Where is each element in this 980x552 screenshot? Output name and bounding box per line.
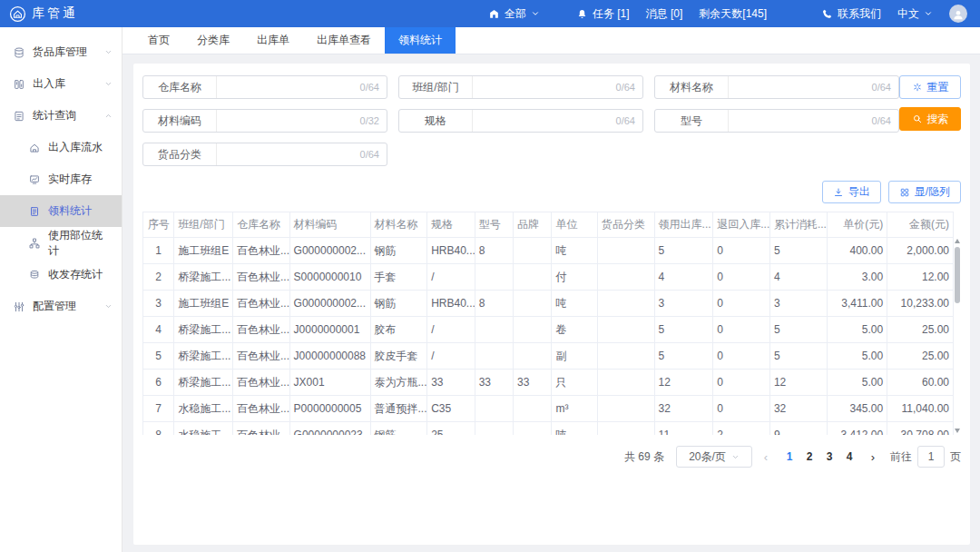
table-row[interactable]: 7水稳施工...百色林业...P0000000005普通预拌...C35m³32…	[143, 396, 954, 422]
table-cell: 钢筋	[370, 291, 427, 317]
field-material-code-input[interactable]	[216, 110, 357, 132]
tab-outbound-order[interactable]: 出库单	[243, 27, 303, 54]
field-counter: 0/64	[868, 82, 898, 93]
tab-category-store[interactable]: 分类库	[183, 27, 243, 54]
contact-us-link[interactable]: 联系我们	[821, 6, 881, 22]
sidebar-item-label: 货品库管理	[33, 44, 87, 60]
field-counter: 0/64	[357, 82, 387, 93]
table-row[interactable]: 5桥梁施工...百色林业...J00000000088胶皮手套/副5055.00…	[143, 343, 954, 370]
table-cell: 胶皮手套	[370, 343, 427, 370]
table-cell: 5.00	[827, 370, 887, 396]
table-cell: 0	[713, 238, 770, 264]
tab-material-requisition-stats[interactable]: 领料统计	[385, 27, 456, 54]
db-icon	[13, 46, 25, 59]
tab-outbound-order-view[interactable]: 出库单查看	[303, 27, 385, 54]
sidebar-item-stats-query[interactable]: 统计查询	[0, 100, 122, 132]
column-header: 单位	[552, 212, 598, 238]
table-cell: 0	[713, 343, 770, 370]
field-warehouse-name: 仓库名称 0/64	[142, 75, 387, 99]
sidebar-item-in-out-store[interactable]: 出入库	[0, 68, 122, 100]
page-number-2[interactable]: 2	[799, 450, 819, 463]
search-button[interactable]: 搜索	[899, 107, 961, 131]
table-cell: 5	[654, 317, 713, 343]
field-goods-category-input[interactable]	[216, 143, 357, 165]
sidebar-item-config-mgmt[interactable]: 配置管理	[0, 291, 122, 322]
page-number-1[interactable]: 1	[779, 450, 799, 463]
table-row[interactable]: 3施工班组E百色林业...G000000002...钢筋HRB40...8吨30…	[143, 291, 954, 317]
prev-page-button[interactable]: ‹	[759, 450, 773, 464]
field-spec-input[interactable]	[472, 110, 612, 132]
sidebar-item-receive-send-store-stats[interactable]: 收发存统计	[0, 259, 122, 291]
field-team-dept-input[interactable]	[472, 76, 612, 98]
table-cell: 25.00	[887, 343, 954, 370]
warehouse-selector[interactable]: 全部	[488, 6, 540, 22]
chevron-down-icon	[104, 48, 113, 56]
page-number-3[interactable]: 3	[819, 450, 839, 463]
field-warehouse-name-input[interactable]	[216, 76, 357, 98]
search-icon	[912, 113, 923, 124]
table-cell: 百色林业...	[232, 422, 289, 436]
table-cell	[475, 264, 513, 291]
table-cell	[514, 238, 552, 264]
table-row[interactable]: 4桥梁施工...百色林业...J0000000001胶布/卷5055.0025.…	[143, 317, 954, 343]
chevron-down-icon	[104, 80, 113, 88]
show-hide-columns-button[interactable]: 显/隐列	[888, 181, 961, 203]
table-cell: 5	[143, 343, 174, 370]
scrollbar-thumb[interactable]	[955, 247, 960, 303]
content-area: 仓库名称 0/64 班组/部门 0/64 材料名称 0/64 材料编码 0/32…	[122, 54, 980, 552]
table-cell: J0000000001	[289, 317, 370, 343]
coins-icon	[28, 269, 41, 281]
table-cell: 3	[769, 291, 827, 317]
next-page-button[interactable]: ›	[866, 450, 880, 464]
topbar: 库管通 全部 任务 [1] 消息 [0] 剩余天数[145] 联系我们 中文	[0, 0, 980, 27]
sidebar-item-material-requisition-stats[interactable]: 领料统计	[0, 195, 122, 227]
monitor-icon	[28, 173, 41, 186]
goto-page-input[interactable]	[917, 446, 945, 468]
table-cell: 吨	[552, 422, 598, 436]
table-row[interactable]: 6桥梁施工...百色林业...JX001泰为方瓶...333333只120125…	[143, 370, 954, 396]
scroll-down-icon[interactable]	[955, 429, 960, 433]
tab-home[interactable]: 首页	[134, 27, 183, 54]
table-cell: 8	[143, 422, 174, 436]
table-cell	[597, 291, 654, 317]
table-cell: 2	[713, 422, 770, 436]
table-cell: 6	[143, 370, 174, 396]
field-material-name-input[interactable]	[728, 76, 868, 98]
table-cell: 百色林业...	[232, 264, 289, 291]
table-row[interactable]: 2桥梁施工...百色林业...S0000000010手套/付4043.0012.…	[143, 264, 954, 291]
messages-link[interactable]: 消息 [0]	[646, 6, 683, 22]
table-row[interactable]: 1施工班组E百色林业...G000000002...钢筋HRB40...8吨50…	[143, 238, 954, 264]
page-size-select[interactable]: 20条/页	[676, 446, 752, 468]
field-counter: 0/64	[868, 115, 898, 126]
sidebar-item-realtime-stock[interactable]: 实时库存	[0, 163, 122, 195]
table-cell: 32	[654, 396, 713, 422]
pagination: 共 69 条 20条/页 ‹ 1234 › 前往 页	[142, 446, 961, 468]
table-cell	[475, 317, 513, 343]
reset-button[interactable]: 重置	[899, 75, 961, 99]
table-cell: 25.00	[887, 317, 954, 343]
sidebar-item-inout-flow[interactable]: 出入库流水	[0, 132, 122, 163]
sidebar-item-usage-location-stats[interactable]: 使用部位统计	[0, 227, 122, 259]
page-number-4[interactable]: 4	[839, 450, 859, 463]
field-model: 型号 0/64	[654, 109, 899, 133]
table-scrollbar[interactable]	[954, 239, 961, 433]
table-row[interactable]: 8水稳施工...百色林业...G0000000023钢筋25吨11293,412…	[143, 422, 954, 436]
avatar[interactable]	[949, 5, 967, 23]
sidebar-item-label: 统计查询	[33, 108, 76, 123]
scroll-up-icon[interactable]	[955, 239, 960, 243]
sidebar-item-goods-store-mgmt[interactable]: 货品库管理	[0, 36, 122, 68]
table-cell: 12	[654, 370, 713, 396]
table-cell: J00000000088	[289, 343, 370, 370]
warehouse-selector-label: 全部	[505, 6, 526, 22]
download-icon	[833, 187, 844, 198]
table-cell: 副	[552, 343, 598, 370]
table-cell: 0	[713, 370, 770, 396]
language-selector[interactable]: 中文	[897, 6, 933, 22]
table-cell: 2	[143, 264, 174, 291]
export-button[interactable]: 导出	[822, 181, 881, 203]
table-cell	[597, 370, 654, 396]
tasks-link[interactable]: 任务 [1]	[576, 6, 630, 22]
grid-icon	[899, 187, 910, 198]
field-model-input[interactable]	[728, 110, 868, 132]
field-label: 材料编码	[143, 113, 216, 129]
